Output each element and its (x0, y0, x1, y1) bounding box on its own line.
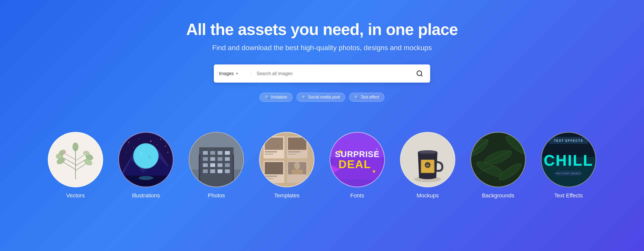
category-photos-label: Photos (208, 192, 225, 199)
svg-point-16 (72, 142, 78, 151)
category-fonts[interactable]: SURPRISE DEAL ★ ★ 7 OF Fonts (330, 132, 385, 199)
category-templates[interactable]: Templates (259, 132, 314, 199)
svg-rect-73 (265, 162, 283, 174)
category-photos-circle (189, 132, 244, 187)
svg-text:OF: OF (375, 152, 379, 155)
category-illustrations-label: Illustrations (132, 192, 160, 199)
templates-illustration (260, 133, 314, 187)
category-photos[interactable]: Photos (189, 132, 244, 199)
search-type-dropdown[interactable]: Images ▾ (219, 71, 252, 76)
svg-rect-47 (203, 157, 208, 161)
svg-rect-74 (265, 175, 277, 177)
quick-tag-social-media[interactable]: 🔍 Social media post (297, 93, 345, 102)
category-text-effects-label: Text Effects (554, 192, 583, 199)
search-type-label: Images (219, 71, 234, 76)
svg-rect-44 (210, 151, 215, 155)
category-illustrations[interactable]: Illustrations (118, 132, 174, 199)
category-backgrounds[interactable]: Backgrounds (470, 132, 526, 199)
search-bar: Images ▾ (214, 64, 430, 83)
svg-point-33 (134, 144, 158, 168)
search-input[interactable] (252, 71, 414, 76)
svg-rect-79 (292, 169, 303, 174)
category-vectors[interactable]: Vectors (48, 132, 103, 199)
chevron-down-icon: ▾ (236, 71, 238, 76)
category-vectors-circle (48, 132, 103, 187)
category-text-effects-circle: TEXT EFFECTS CHILL CHILL PRO FONT OBJECT (541, 132, 596, 187)
svg-text:CHILL: CHILL (544, 152, 593, 169)
svg-rect-48 (210, 157, 215, 161)
category-backgrounds-circle (470, 132, 526, 187)
category-mockups-label: Mockups (417, 192, 439, 199)
category-backgrounds-label: Backgrounds (482, 192, 514, 199)
category-mockups[interactable]: ab Mockups (400, 132, 455, 199)
hero-subtitle: Find and download the best high-quality … (212, 44, 432, 52)
category-illustrations-circle (118, 132, 174, 187)
svg-rect-65 (265, 137, 283, 150)
svg-rect-60 (233, 155, 234, 184)
search-button[interactable] (414, 68, 425, 79)
svg-rect-53 (218, 163, 222, 167)
categories-section: Vectors (0, 117, 644, 219)
svg-rect-56 (210, 169, 215, 173)
svg-point-17 (63, 151, 66, 154)
quick-tag-text-label: Text effect (361, 95, 379, 99)
svg-point-101 (418, 150, 437, 153)
svg-point-19 (59, 155, 61, 157)
svg-text:PRO FONT OBJECT: PRO FONT OBJECT (555, 172, 582, 175)
svg-point-21 (128, 142, 129, 143)
svg-rect-66 (265, 151, 277, 153)
category-fonts-label: Fonts (350, 192, 364, 199)
svg-rect-46 (225, 151, 230, 155)
svg-rect-50 (225, 157, 230, 161)
text-effects-illustration: TEXT EFFECTS CHILL CHILL PRO FONT OBJECT (542, 133, 595, 187)
svg-text:DEAL: DEAL (338, 158, 371, 170)
backgrounds-illustration (471, 133, 525, 187)
svg-text:★: ★ (372, 169, 376, 174)
category-templates-circle (259, 132, 314, 187)
quick-tag-invitation[interactable]: 🔍 Invitation (260, 93, 293, 102)
svg-rect-58 (225, 169, 230, 173)
svg-point-27 (157, 145, 157, 145)
svg-rect-71 (288, 154, 297, 155)
svg-line-1 (421, 75, 422, 76)
svg-rect-55 (203, 169, 208, 173)
svg-point-35 (148, 156, 151, 159)
svg-rect-69 (288, 137, 306, 150)
photos-illustration (189, 133, 243, 187)
hero-section: All the assets you need, in one place Fi… (0, 0, 644, 117)
svg-point-22 (138, 138, 139, 139)
svg-point-34 (139, 152, 143, 156)
search-small-icon-2: 🔍 (302, 95, 306, 99)
svg-point-37 (139, 176, 153, 180)
svg-point-24 (160, 139, 161, 140)
illustrations-illustration (119, 133, 173, 187)
svg-rect-59 (199, 155, 200, 184)
search-small-icon: 🔍 (265, 95, 269, 99)
svg-point-29 (168, 152, 168, 153)
mockups-illustration: ab (401, 133, 455, 187)
svg-rect-75 (265, 178, 273, 179)
quick-tag-text-effect[interactable]: 🔍 Text effect (349, 93, 384, 102)
svg-rect-49 (218, 157, 222, 161)
category-templates-label: Templates (274, 192, 299, 199)
svg-rect-70 (288, 151, 300, 153)
svg-text:7: 7 (376, 148, 378, 152)
svg-point-23 (150, 141, 151, 142)
search-small-icon-3: 🔍 (354, 95, 359, 99)
svg-rect-67 (265, 154, 273, 155)
svg-point-25 (133, 147, 134, 148)
svg-rect-54 (225, 163, 230, 167)
svg-point-28 (126, 152, 127, 153)
quick-search-tags: 🔍 Invitation 🔍 Social media post 🔍 Text … (260, 93, 384, 102)
category-text-effects[interactable]: TEXT EFFECTS CHILL CHILL PRO FONT OBJECT… (541, 132, 596, 199)
category-fonts-circle: SURPRISE DEAL ★ ★ 7 OF (330, 132, 385, 187)
svg-text:★: ★ (338, 148, 343, 155)
svg-point-26 (165, 146, 166, 147)
svg-rect-51 (203, 163, 208, 167)
quick-tag-social-label: Social media post (308, 95, 340, 99)
svg-text:ab: ab (426, 164, 429, 167)
quick-tag-invitation-label: Invitation (271, 95, 287, 99)
svg-text:TEXT EFFECTS: TEXT EFFECTS (554, 139, 583, 142)
category-mockups-circle: ab (400, 132, 455, 187)
search-icon (416, 70, 423, 77)
